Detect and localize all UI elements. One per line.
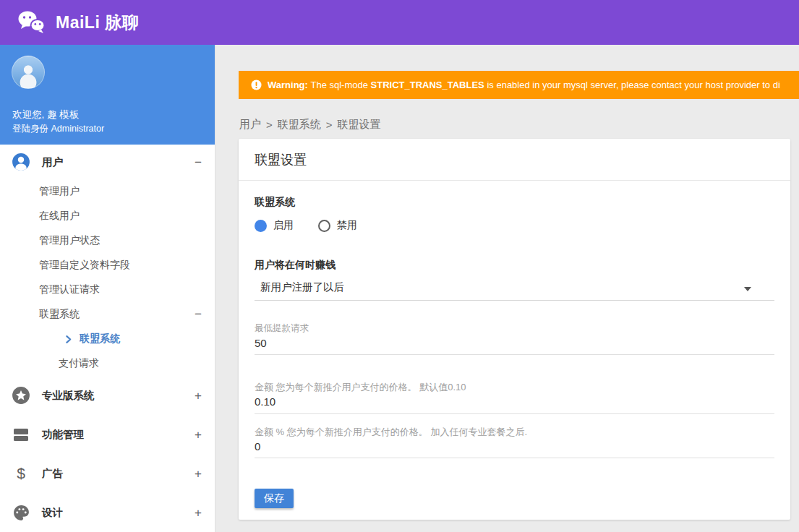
breadcrumb-separator: > [266, 119, 273, 131]
dropdown-caret-icon [744, 287, 751, 291]
affiliate-system-label: 联盟系统 [255, 196, 774, 207]
earn-when-selected-value: 新用户注册了以后 [260, 280, 344, 294]
sidebar-item-label: 广告 [42, 467, 63, 481]
sidebar-item-verification-requests[interactable]: 管理认证请求 [0, 278, 215, 302]
amount-label: 金额 您为每个新推介用户支付的价格。 默认值0.10 [255, 382, 774, 392]
sidebar-item-affiliate-settings-active[interactable]: 联盟系统 [0, 327, 215, 351]
enable-radio-label[interactable]: 启用 [273, 219, 294, 232]
chevron-right-icon [64, 335, 73, 344]
earn-when-select[interactable]: 新用户注册了以后 [255, 279, 774, 301]
app-title: MaiLi 脉聊 [56, 12, 139, 34]
sidebar-item-feature-management[interactable]: 功能管理 + [0, 415, 215, 454]
amount-field: 金额 您为每个新推介用户支付的价格。 默认值0.10 [255, 382, 774, 414]
warning-text: is enabled in your mysql server, please … [487, 80, 779, 90]
expand-icon[interactable]: + [195, 390, 202, 402]
sidebar-item-affiliate-group[interactable]: 联盟系统 − [0, 302, 215, 327]
disable-radio[interactable] [318, 220, 330, 232]
sidebar-subitem-label: 管理用户状态 [39, 234, 100, 247]
app-header: MaiLi 脉聊 [0, 0, 799, 45]
warning-bold-text: Warning: [268, 80, 308, 90]
warning-text: The sql-mode [310, 80, 367, 90]
welcome-text: 欢迎您, 趣 模板 [12, 108, 79, 121]
card-header: 联盟设置 [239, 139, 790, 181]
min-withdraw-label: 最低提款请求 [255, 323, 774, 334]
affiliate-system-radio-group: 启用 禁用 [255, 219, 774, 232]
amount-percent-label: 金额 % 您为每个新推介用户支付的价格。 加入任何专业套餐之后. [255, 426, 774, 437]
sidebar-item-design[interactable]: 设计 + [0, 493, 215, 532]
breadcrumb-separator: > [326, 119, 333, 131]
breadcrumb: 用户 > 联盟系统 > 联盟设置 [239, 118, 381, 132]
sidebar-item-label: 设计 [42, 506, 63, 520]
sidebar-item-custom-fields[interactable]: 管理自定义资料字段 [0, 253, 215, 278]
warning-info-icon [251, 80, 262, 90]
sidebar-item-user-status[interactable]: 管理用户状态 [0, 228, 215, 253]
sidebar-subitem-label: 在线用户 [39, 210, 80, 223]
enable-radio[interactable] [255, 220, 267, 232]
amount-percent-input[interactable] [255, 439, 774, 452]
sidebar-item-users[interactable]: 用户 − [0, 145, 215, 179]
sidebar-subitem-label: 联盟系统 [39, 308, 80, 321]
sidebar-subitem-label: 联盟系统 [80, 332, 120, 346]
collapse-icon[interactable]: − [195, 307, 202, 322]
login-role-text: 登陆身份 Administrator [12, 123, 104, 135]
sidebar-subitem-label: 管理认证请求 [39, 283, 100, 296]
breadcrumb-item-current: 联盟设置 [338, 118, 381, 132]
wechat-logo-icon [17, 10, 46, 35]
sidebar-item-label: 用户 [42, 155, 63, 169]
sidebar-menu: 用户 − 管理用户 在线用户 管理用户状态 管理自定义资料字段 管理认证请求 联… [0, 145, 215, 532]
expand-icon[interactable]: + [195, 468, 202, 480]
card-body: 联盟系统 启用 禁用 用户将在何时赚钱 新用户注册了以后 最低提款请求 金额 您… [239, 181, 790, 508]
min-withdraw-field: 最低提款请求 [255, 323, 774, 355]
sidebar-item-label: 专业版系统 [42, 389, 95, 403]
breadcrumb-item-users[interactable]: 用户 [239, 118, 261, 132]
profile-panel: 欢迎您, 趣 模板 登陆身份 Administrator [0, 45, 215, 145]
sidebar-subitem-label: 管理用户 [39, 185, 80, 198]
earn-when-label: 用户将在何时赚钱 [255, 259, 774, 270]
sidebar-subitem-label: 管理自定义资料字段 [39, 259, 130, 272]
sidebar-item-online-users[interactable]: 在线用户 [0, 204, 215, 228]
layers-icon [12, 425, 30, 444]
amount-percent-field: 金额 % 您为每个新推介用户支付的价格。 加入任何专业套餐之后. [255, 426, 774, 458]
sidebar-item-label: 功能管理 [42, 428, 84, 442]
page-title: 联盟设置 [255, 151, 307, 168]
disable-radio-label[interactable]: 禁用 [337, 219, 357, 232]
dollar-icon: $ [12, 464, 30, 483]
warning-strong-text: STRICT_TRANS_TABLES [371, 80, 484, 90]
user-avatar[interactable] [12, 56, 45, 89]
collapse-icon[interactable]: − [195, 156, 202, 168]
palette-icon [12, 503, 30, 522]
save-button[interactable]: 保存 [255, 489, 294, 508]
sidebar-item-manage-users[interactable]: 管理用户 [0, 179, 215, 204]
affiliate-settings-card: 联盟设置 联盟系统 启用 禁用 用户将在何时赚钱 新用户注册了以后 最低提款请求… [239, 139, 790, 520]
min-withdraw-input[interactable] [255, 336, 774, 349]
breadcrumb-item-affiliate[interactable]: 联盟系统 [278, 118, 321, 132]
sidebar: 欢迎您, 趣 模板 登陆身份 Administrator 用户 − 管理用户 [0, 45, 215, 532]
expand-icon[interactable]: + [195, 429, 202, 441]
expand-icon[interactable]: + [195, 507, 202, 519]
user-circle-icon [12, 153, 30, 171]
amount-input[interactable] [255, 395, 774, 408]
warning-banner: Warning: The sql-mode STRICT_TRANS_TABLE… [239, 71, 799, 99]
sidebar-item-pro-system[interactable]: 专业版系统 + [0, 376, 215, 415]
sidebar-item-ads[interactable]: $ 广告 + [0, 454, 215, 493]
star-icon [12, 386, 30, 405]
sidebar-item-payment-requests[interactable]: 支付请求 [0, 351, 215, 376]
sidebar-subitem-label: 支付请求 [59, 357, 99, 370]
